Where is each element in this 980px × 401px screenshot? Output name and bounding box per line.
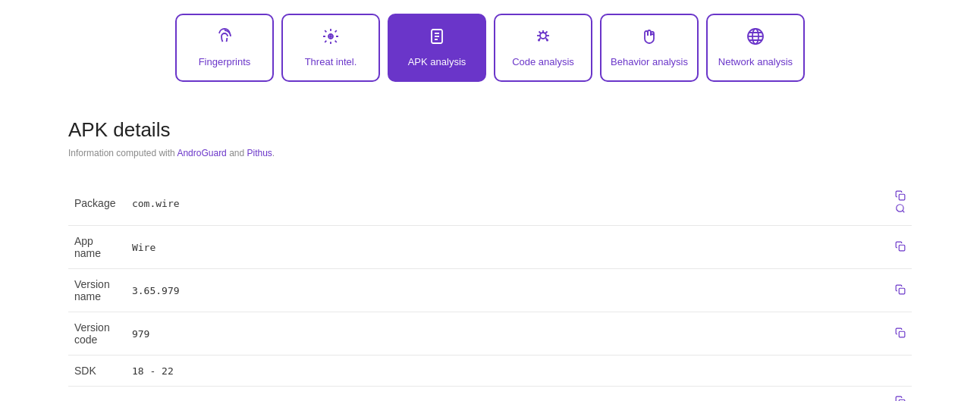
tab-apk-analysis[interactable]: APK analysis: [388, 14, 486, 82]
tab-fingerprints-label: Fingerprints: [199, 56, 251, 68]
copy-button[interactable]: [895, 327, 906, 340]
tab-behavior-analysis-label: Behavior analysis: [611, 56, 688, 68]
page-title: APK details: [68, 118, 912, 142]
row-value: 18 - 22: [126, 356, 884, 387]
copy-button[interactable]: [895, 396, 906, 401]
content-area: APK details Information computed with An…: [0, 96, 980, 401]
tab-behavior-analysis[interactable]: Behavior analysis: [600, 14, 699, 82]
table-row: Version name3.65.979: [68, 269, 912, 312]
subtitle-suffix: .: [272, 148, 275, 158]
globe-icon: [746, 27, 765, 50]
svg-point-1: [330, 36, 331, 37]
copy-button[interactable]: [895, 241, 906, 254]
row-value: 60c18d14be88e9af123c54989cafea86527f7b30: [126, 387, 884, 402]
subtitle-middle: and: [227, 148, 247, 158]
table-row: SDK18 - 22: [68, 356, 912, 387]
row-value: com.wire: [126, 181, 884, 226]
row-actions: [884, 269, 912, 312]
svg-line-14: [903, 211, 905, 213]
row-actions: [884, 181, 912, 226]
section-subtitle: Information computed with AndroGuard and…: [68, 148, 912, 158]
tab-network-analysis[interactable]: Network analysis: [706, 14, 805, 82]
table-row: App nameWire: [68, 226, 912, 269]
row-label: App name: [68, 226, 126, 269]
svg-rect-12: [899, 194, 905, 200]
bug-icon: [534, 27, 552, 50]
copy-button[interactable]: [895, 284, 906, 297]
row-label: Version code: [68, 312, 126, 356]
svg-point-13: [897, 205, 903, 211]
fingerprint-icon: [215, 27, 234, 50]
tab-fingerprints[interactable]: Fingerprints: [175, 14, 274, 82]
row-actions: [884, 356, 912, 387]
subtitle-prefix: Information computed with: [68, 148, 177, 158]
apk-icon: [428, 27, 446, 50]
row-label: Package: [68, 181, 126, 226]
row-value: Wire: [126, 226, 884, 269]
row-label: UAID: [68, 387, 126, 402]
table-row: Version code979: [68, 312, 912, 356]
tab-threat-intel[interactable]: Threat intel.: [281, 14, 380, 82]
tabs-nav: Fingerprints Threat intel. APK analysis: [0, 0, 980, 96]
row-value: 979: [126, 312, 884, 356]
svg-rect-16: [899, 288, 905, 294]
tab-apk-analysis-label: APK analysis: [408, 56, 466, 68]
search-button[interactable]: [895, 203, 906, 216]
tab-code-analysis-label: Code analysis: [512, 56, 574, 68]
row-label: Version name: [68, 269, 126, 312]
copy-button[interactable]: [895, 190, 906, 203]
apk-details-table: Packagecom.wireApp nameWireVersion name3…: [68, 181, 912, 401]
row-actions: [884, 226, 912, 269]
hand-icon: [640, 27, 658, 50]
svg-point-8: [546, 39, 548, 42]
table-row: Packagecom.wire: [68, 181, 912, 226]
row-actions: [884, 387, 912, 402]
row-actions: [884, 312, 912, 356]
gear-icon: [322, 27, 340, 50]
tab-code-analysis[interactable]: Code analysis: [494, 14, 592, 82]
tab-threat-intel-label: Threat intel.: [305, 56, 357, 68]
svg-point-7: [538, 39, 540, 42]
svg-point-6: [540, 33, 546, 39]
pithus-link[interactable]: Pithus: [247, 148, 272, 158]
row-value: 3.65.979: [126, 269, 884, 312]
androguard-link[interactable]: AndroGuard: [177, 148, 226, 158]
svg-rect-15: [899, 245, 905, 251]
table-row: UAID60c18d14be88e9af123c54989cafea86527f…: [68, 387, 912, 402]
row-label: SDK: [68, 356, 126, 387]
svg-rect-17: [899, 331, 905, 337]
tab-network-analysis-label: Network analysis: [718, 56, 793, 68]
